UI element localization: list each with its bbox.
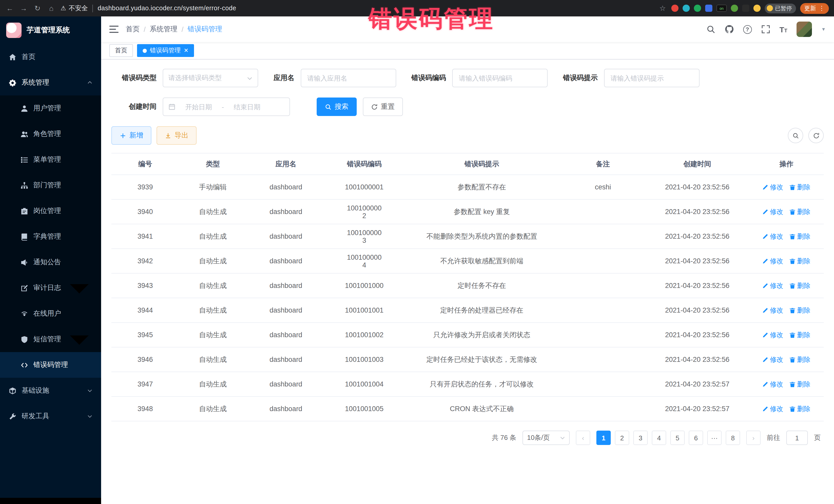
tag-error-code[interactable]: 错误码管理 ✕ <box>137 44 194 57</box>
error-hint-input[interactable] <box>604 69 699 87</box>
export-button[interactable]: 导出 <box>156 126 197 145</box>
page-size-select[interactable]: 10条/页 <box>523 431 570 445</box>
next-page-button[interactable]: › <box>746 431 761 445</box>
cell-type: 自动生成 <box>179 249 247 273</box>
error-code-input[interactable] <box>452 69 548 87</box>
start-date-input[interactable] <box>179 103 219 111</box>
extension-icon-1[interactable] <box>671 5 679 12</box>
edit-link[interactable]: 修改 <box>762 281 783 290</box>
app-name-input[interactable] <box>301 69 396 87</box>
sidebar-item-home[interactable]: 首页 <box>0 44 101 70</box>
filter-label: 应用名 <box>273 73 294 83</box>
sidebar-item-error-code[interactable]: 错误码管理 <box>0 352 101 378</box>
search-button[interactable]: 搜索 <box>317 97 357 116</box>
delete-link[interactable]: 删除 <box>789 232 810 241</box>
sidebar-item-sms[interactable]: 短信管理 <box>0 326 101 352</box>
sidebar-group-devtools[interactable]: 研发工具 <box>0 403 101 429</box>
app-logo[interactable]: 芋道管理系统 <box>0 17 101 44</box>
paused-badge[interactable]: 已暂停 <box>765 3 796 13</box>
sidebar-item-audit-log[interactable]: 审计日志 <box>0 275 101 301</box>
edit-link[interactable]: 修改 <box>762 182 783 192</box>
avatar-caret-icon[interactable]: ▼ <box>821 27 826 32</box>
toggle-search-button[interactable] <box>788 128 803 143</box>
sidebar-item-positions[interactable]: 岗位管理 <box>0 198 101 224</box>
help-icon[interactable]: ? <box>743 25 752 34</box>
browser-reload-icon[interactable]: ↻ <box>33 4 42 12</box>
update-button[interactable]: 更新 ⋮ <box>800 3 829 14</box>
cell-hint: 只允许修改为开启或者关闭状态 <box>403 323 560 347</box>
error-type-select[interactable]: 请选择错误码类型 <box>163 69 258 87</box>
sidebar-group-infrastructure[interactable]: 基础设施 <box>0 378 101 403</box>
filter-label: 错误码提示 <box>563 73 598 83</box>
sidebar-item-roles[interactable]: 角色管理 <box>0 121 101 147</box>
browser-profile-avatar[interactable] <box>753 5 761 12</box>
sidebar-group-system[interactable]: 系统管理 <box>0 70 101 95</box>
delete-link[interactable]: 删除 <box>789 355 810 364</box>
tag-close-icon[interactable]: ✕ <box>184 47 188 54</box>
browser-home-icon[interactable]: ⌂ <box>47 4 56 12</box>
edit-link[interactable]: 修改 <box>762 330 783 339</box>
edit-link[interactable]: 修改 <box>762 306 783 315</box>
sidebar-item-online-users[interactable]: 在线用户 <box>0 301 101 326</box>
add-button[interactable]: 新增 <box>111 126 151 145</box>
breadcrumb-home[interactable]: 首页 <box>126 25 139 34</box>
page-button-5[interactable]: 5 <box>670 431 685 445</box>
github-icon[interactable] <box>725 25 734 34</box>
extension-icon-5[interactable] <box>731 5 738 12</box>
end-date-input[interactable] <box>227 103 267 111</box>
sidebar-item-departments[interactable]: 部门管理 <box>0 172 101 198</box>
refresh-table-button[interactable] <box>808 128 824 143</box>
delete-link[interactable]: 删除 <box>789 404 810 413</box>
browser-back-icon[interactable]: ← <box>5 4 14 12</box>
extension-icon-6[interactable] <box>742 5 749 12</box>
edit-icon <box>762 209 768 215</box>
browser-forward-icon[interactable]: → <box>19 4 28 12</box>
paused-label: 已暂停 <box>775 4 792 12</box>
page-button-4[interactable]: 4 <box>652 431 666 445</box>
extension-icon-4[interactable] <box>705 5 712 12</box>
prev-page-button[interactable]: ‹ <box>576 431 590 445</box>
page-button-8[interactable]: 8 <box>726 431 740 445</box>
page-ellipsis[interactable]: ··· <box>707 431 722 445</box>
delete-link[interactable]: 删除 <box>789 281 810 290</box>
total-count: 共 76 条 <box>492 433 516 442</box>
delete-link[interactable]: 删除 <box>789 256 810 266</box>
extension-icon-2[interactable] <box>683 5 690 12</box>
user-avatar[interactable] <box>796 22 812 37</box>
font-size-icon[interactable]: TT <box>780 25 788 34</box>
delete-link[interactable]: 删除 <box>789 306 810 315</box>
edit-link[interactable]: 修改 <box>762 355 783 364</box>
page-button-6[interactable]: 6 <box>689 431 703 445</box>
edit-link[interactable]: 修改 <box>762 232 783 241</box>
delete-link[interactable]: 删除 <box>789 379 810 389</box>
edit-link[interactable]: 修改 <box>762 207 783 216</box>
tag-home[interactable]: 首页 <box>109 44 133 57</box>
sidebar-item-dictionary[interactable]: 字典管理 <box>0 224 101 249</box>
sidebar-item-label: 首页 <box>22 52 36 62</box>
page-button-2[interactable]: 2 <box>615 431 629 445</box>
address-url[interactable]: dashboard.yudao.iocoder.cn/system/error-… <box>98 5 236 12</box>
sidebar-item-users[interactable]: 用户管理 <box>0 95 101 121</box>
extension-icon-3[interactable] <box>694 5 701 12</box>
hamburger-icon[interactable] <box>109 26 118 33</box>
header-search-icon[interactable] <box>706 25 716 34</box>
page-button-1[interactable]: 1 <box>596 431 611 445</box>
breadcrumb-system[interactable]: 系统管理 <box>150 25 178 34</box>
reset-button[interactable]: 重置 <box>363 97 403 116</box>
delete-link[interactable]: 删除 <box>789 330 810 339</box>
date-range-picker[interactable]: - <box>163 97 290 116</box>
edit-link[interactable]: 修改 <box>762 404 783 413</box>
page-button-3[interactable]: 3 <box>633 431 648 445</box>
sidebar-item-menus[interactable]: 菜单管理 <box>0 147 101 172</box>
delete-link[interactable]: 删除 <box>789 182 810 192</box>
sidebar-item-label: 错误码管理 <box>34 360 68 370</box>
goto-page-input[interactable] <box>786 431 808 445</box>
sidebar-item-notices[interactable]: 通知公告 <box>0 249 101 275</box>
edit-link[interactable]: 修改 <box>762 256 783 266</box>
extension-on-icon[interactable]: on <box>717 5 727 12</box>
edit-link[interactable]: 修改 <box>762 379 783 389</box>
fullscreen-icon[interactable] <box>761 25 770 34</box>
security-chip[interactable]: ⚠ 不安全 <box>61 4 88 13</box>
bookmark-star-icon[interactable]: ☆ <box>658 4 667 12</box>
delete-link[interactable]: 删除 <box>789 207 810 216</box>
